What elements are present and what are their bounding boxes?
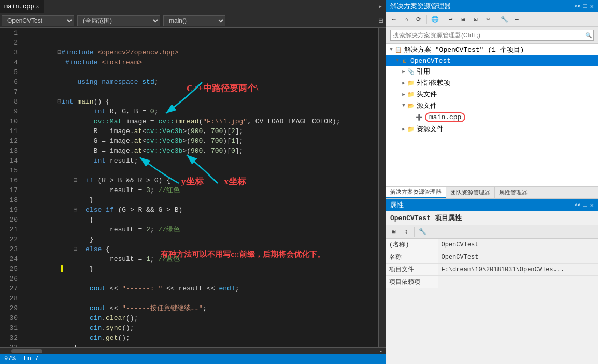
sol-separator [426, 15, 427, 24]
editor-toolbar: OpenCVTest (全局范围) main() ⊞ [0, 13, 386, 28]
props-value [438, 276, 598, 288]
sol-undo-btn[interactable]: ↩ [445, 14, 457, 25]
search-icon[interactable]: 🔍 [583, 30, 593, 40]
solution-explorer-header: 解决方案资源管理器 ⚯ □ ✕ [386, 0, 598, 12]
sol-cut-btn[interactable]: ✂ [482, 14, 494, 25]
cpp-file-icon: ➕ [415, 113, 423, 122]
sol-home-btn[interactable]: ⌂ [401, 14, 412, 25]
expand-icon[interactable]: ▼ [394, 58, 401, 63]
properties-header: 属性 ⚯ □ ✕ [386, 199, 598, 211]
tab-bar: main.cpp ✕ ▸ [0, 0, 386, 13]
main-cpp-tab[interactable]: main.cpp ✕ [0, 0, 44, 13]
sol-settings-btn[interactable]: — [511, 14, 522, 25]
tree-item-main-cpp[interactable]: ➕ main.cpp [386, 111, 598, 123]
solution-root-item[interactable]: ▼ 📋 解决方案 "OpenCVTest" (1 个项目) [386, 44, 598, 55]
tree-item-headers[interactable]: ▶ 📁 头文件 [386, 89, 598, 100]
header-buttons: ⚯ □ ✕ [575, 3, 594, 10]
sol-wrench-btn[interactable]: 🔧 [499, 14, 510, 25]
headers-label: 头文件 [417, 90, 437, 99]
props-wrench-icon[interactable]: 🔧 [417, 226, 428, 238]
references-icon: 📎 [407, 67, 415, 76]
expand-icon[interactable]: ▶ [401, 126, 407, 132]
close-sol-icon[interactable]: ✕ [590, 3, 594, 10]
maximize-icon[interactable]: □ [583, 3, 587, 10]
project-icon: ⊞ [401, 56, 409, 65]
editor-scroll-btn[interactable]: ▸ [376, 3, 386, 10]
sol-refresh-btn[interactable]: ⟳ [413, 14, 424, 25]
source-label: 源文件 [417, 101, 437, 110]
tree-item-source[interactable]: ▼ 📂 源文件 [386, 100, 598, 111]
solution-explorer-toolbar: ← ⌂ ⟳ 🌐 ↩ ⊞ ⊡ ✂ 🔧 — [386, 12, 598, 27]
search-input[interactable] [391, 32, 583, 39]
expand-icon[interactable]: ▶ [401, 69, 407, 75]
expand-icon[interactable]: ▶ [401, 92, 407, 97]
code-line: ▌} [25, 254, 374, 264]
search-container: 🔍 [386, 27, 598, 44]
external-deps-label: 外部依赖项 [417, 78, 450, 88]
editor-scrollbar-right[interactable] [378, 28, 386, 347]
props-value: OpenCVTest [438, 251, 598, 264]
solution-explorer: 解决方案资源管理器 ⚯ □ ✕ ← ⌂ ⟳ 🌐 ↩ ⊞ ⊡ ✂ 🔧 — [386, 0, 598, 198]
tab-label: main.cpp [4, 3, 34, 10]
code-line: result = 1; //蓝色 [25, 244, 374, 254]
props-key: (名称) [386, 239, 438, 251]
pin-icon[interactable]: ⚯ [575, 3, 580, 10]
tab-property-manager[interactable]: 属性管理器 [495, 187, 532, 198]
props-key: 项目依赖项 [386, 276, 438, 288]
panel-tabs: 解决方案资源管理器 团队资源管理器 属性管理器 [386, 186, 598, 198]
sol-globe-btn[interactable]: 🌐 [429, 14, 440, 25]
properties-title: 属性 [390, 200, 404, 210]
expand-icon[interactable]: ▶ [401, 80, 407, 86]
tab-close-icon[interactable]: ✕ [36, 4, 39, 10]
expand-icon[interactable]: ▼ [401, 103, 407, 108]
props-value: F:\dream\10\20181031\OpenCVTes... [438, 264, 598, 276]
sol-separator-3 [496, 15, 496, 24]
props-row: 名称 OpenCVTest [386, 251, 598, 264]
props-row: 项目文件 F:\dream\10\20181031\OpenCVTes... [386, 264, 598, 276]
code-line: ⊟#include <opencv2/opencv.hpp> [25, 38, 374, 48]
scrollbar-thumb[interactable] [11, 349, 42, 353]
props-header-buttons: ⚯ □ ✕ [575, 201, 594, 209]
properties-panel: 属性 ⚯ □ ✕ OpenCVTest 项目属性 ⊞ ↕ 🔧 (名称) Open… [386, 198, 598, 364]
props-sort-icon[interactable]: ↕ [401, 226, 412, 238]
tree-item-resources[interactable]: ▶ 📁 资源文件 [386, 123, 598, 135]
main-cpp-label: main.cpp [425, 112, 465, 122]
tree-item-external-deps[interactable]: ▶ 📁 外部依赖项 [386, 77, 598, 89]
code-line: ⊟ if (R > B && R > G) { [25, 166, 374, 176]
props-key: 名称 [386, 251, 438, 264]
code-line: ⊟int main() { [25, 87, 374, 97]
props-grid-icon[interactable]: ⊞ [388, 226, 400, 238]
solution-label: 解决方案 "OpenCVTest" (1 个项目) [404, 45, 524, 54]
tree-item-references[interactable]: ▶ 📎 引用 [386, 66, 598, 77]
editor-expand-icon[interactable]: ⊞ [376, 16, 386, 26]
sol-copy-btn[interactable]: ⊞ [458, 14, 469, 25]
project-dropdown[interactable]: OpenCVTest [2, 15, 74, 26]
props-table: (名称) OpenCVTest 名称 OpenCVTest 项目文件 F:\dr… [386, 239, 598, 288]
function-dropdown[interactable]: main() [163, 15, 225, 26]
pin-props-icon[interactable]: ⚯ [575, 201, 580, 209]
line-indicator: Ln 7 [24, 355, 39, 362]
project-label: OpenCVTest [410, 57, 451, 65]
sol-back-btn[interactable]: ← [388, 14, 400, 25]
expand-icon[interactable]: ▼ [388, 47, 394, 52]
tab-solution-explorer[interactable]: 解决方案资源管理器 [386, 187, 446, 198]
maximize-props-icon[interactable]: □ [583, 201, 587, 209]
project-item[interactable]: ▼ ⊞ OpenCVTest [386, 55, 598, 66]
zoom-level: 97% [4, 355, 16, 362]
sol-paste-btn[interactable]: ⊡ [470, 14, 481, 25]
editor-scrollbar-h[interactable]: ▸ [0, 347, 386, 354]
tree-view: ▼ 📋 解决方案 "OpenCVTest" (1 个项目) ▼ ⊞ OpenCV… [386, 44, 598, 186]
editor-panel: main.cpp ✕ ▸ OpenCVTest (全局范围) main() ⊞ … [0, 0, 386, 364]
resources-label: 资源文件 [417, 124, 444, 134]
close-props-icon[interactable]: ✕ [590, 201, 594, 209]
project-props-title: OpenCVTest 项目属性 [386, 211, 598, 225]
props-content: (名称) OpenCVTest 名称 OpenCVTest 项目文件 F:\dr… [386, 239, 598, 364]
external-deps-icon: 📁 [407, 79, 415, 87]
scope-dropdown[interactable]: (全局范围) [77, 15, 160, 26]
code-content[interactable]: ⊟#include <opencv2/opencv.hpp> #include … [21, 28, 378, 347]
scroll-right-btn[interactable]: ▸ [377, 348, 385, 354]
tab-team-explorer[interactable]: 团队资源管理器 [446, 187, 495, 198]
search-bar[interactable]: 🔍 [390, 30, 594, 41]
sol-separator-2 [443, 15, 443, 24]
props-toolbar: ⊞ ↕ 🔧 [386, 225, 598, 239]
